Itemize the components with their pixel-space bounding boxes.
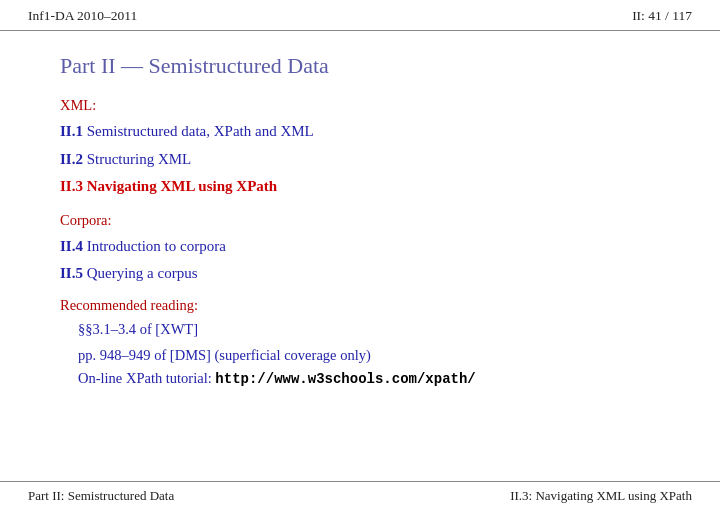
- header-right: II: 41 / 117: [632, 8, 692, 24]
- toc-item-3: II.3 Navigating XML using XPath: [60, 175, 660, 198]
- toc-item-1: II.1 Semistructured data, XPath and XML: [60, 120, 660, 143]
- header: Inf1-DA 2010–2011 II: 41 / 117: [0, 0, 720, 31]
- recommended-label: Recommended reading:: [60, 297, 660, 314]
- corpora-item-2: II.5 Querying a corpus: [60, 262, 660, 285]
- footer-right: II.3: Navigating XML using XPath: [510, 488, 692, 504]
- corpora-label: Corpora:: [60, 212, 660, 229]
- corpora-text-1: Introduction to corpora: [83, 238, 226, 254]
- toc-num-2: II.2: [60, 151, 83, 167]
- corpora-text-2: Querying a corpus: [83, 265, 198, 281]
- main-content: Part II — Semistructured Data XML: II.1 …: [0, 31, 720, 403]
- toc-text-1: Semistructured data, XPath and XML: [83, 123, 314, 139]
- toc-num-1: II.1: [60, 123, 83, 139]
- toc-item-2: II.2 Structuring XML: [60, 148, 660, 171]
- online-url: http://www.w3schools.com/xpath/: [215, 371, 475, 387]
- online-prefix: On-line XPath tutorial:: [78, 370, 215, 386]
- part-title: Part II — Semistructured Data: [60, 53, 660, 79]
- toc-num-3: II.3: [60, 178, 83, 194]
- toc-text-2: Structuring XML: [83, 151, 191, 167]
- corpora-num-1: II.4: [60, 238, 83, 254]
- corpora-num-2: II.5: [60, 265, 83, 281]
- footer: Part II: Semistructured Data II.3: Navig…: [0, 481, 720, 510]
- toc-text-3: Navigating XML using XPath: [83, 178, 277, 194]
- corpora-item-1: II.4 Introduction to corpora: [60, 235, 660, 258]
- footer-left: Part II: Semistructured Data: [28, 488, 174, 504]
- header-left: Inf1-DA 2010–2011: [28, 8, 137, 24]
- xml-label: XML:: [60, 97, 660, 114]
- ref-item-2: pp. 948–949 of [DMS] (superficial covera…: [78, 344, 660, 367]
- ref-item-1: §§3.1–3.4 of [XWT]: [78, 318, 660, 341]
- online-line: On-line XPath tutorial: http://www.w3sch…: [78, 370, 660, 387]
